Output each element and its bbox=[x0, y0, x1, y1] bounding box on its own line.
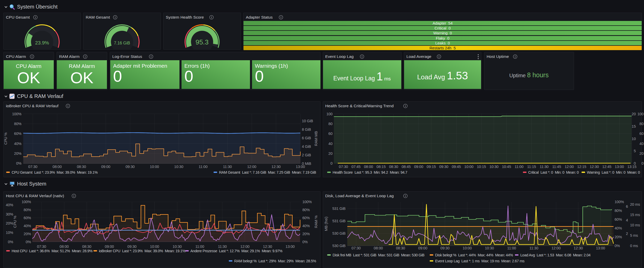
svg-text:MB (frei): MB (frei) bbox=[324, 217, 328, 231]
svg-text:12:00: 12:00 bbox=[552, 246, 561, 250]
svg-text:09:30: 09:30 bbox=[441, 246, 450, 250]
svg-text:60%: 60% bbox=[615, 217, 622, 221]
svg-text:10:30: 10:30 bbox=[485, 246, 494, 250]
svg-text:11:00: 11:00 bbox=[507, 246, 516, 250]
svg-text:4: 4 bbox=[626, 218, 628, 222]
svg-text:530 GiB: 530 GiB bbox=[332, 244, 345, 248]
svg-text:100%: 100% bbox=[615, 200, 624, 204]
svg-text:07:30: 07:30 bbox=[351, 246, 360, 250]
svg-text:12:30: 12:30 bbox=[574, 246, 583, 250]
svg-text:11:30: 11:30 bbox=[529, 246, 538, 250]
svg-text:09:00: 09:00 bbox=[418, 246, 427, 250]
svg-text:40%: 40% bbox=[615, 226, 622, 230]
svg-text:530 GiB: 530 GiB bbox=[332, 231, 345, 235]
svg-text:08:30: 08:30 bbox=[396, 246, 405, 250]
svg-text:13:00: 13:00 bbox=[596, 246, 605, 250]
svg-text:2: 2 bbox=[626, 232, 628, 236]
svg-text:08:00: 08:00 bbox=[374, 246, 383, 250]
svg-text:531 GiB: 531 GiB bbox=[332, 206, 345, 211]
svg-text:0%: 0% bbox=[615, 244, 620, 248]
svg-text:5 ms: 5 ms bbox=[630, 233, 638, 238]
svg-text:15 ms: 15 ms bbox=[630, 213, 640, 217]
svg-text:20%: 20% bbox=[615, 235, 622, 239]
svg-text:20 ms: 20 ms bbox=[630, 202, 640, 206]
svg-text:10 ms: 10 ms bbox=[630, 223, 640, 227]
svg-text:6: 6 bbox=[626, 204, 628, 209]
svg-text:0 ms: 0 ms bbox=[630, 244, 638, 248]
svg-text:531 GiB: 531 GiB bbox=[332, 219, 345, 223]
svg-text:10:00: 10:00 bbox=[463, 246, 472, 250]
svg-text:80%: 80% bbox=[615, 209, 622, 213]
